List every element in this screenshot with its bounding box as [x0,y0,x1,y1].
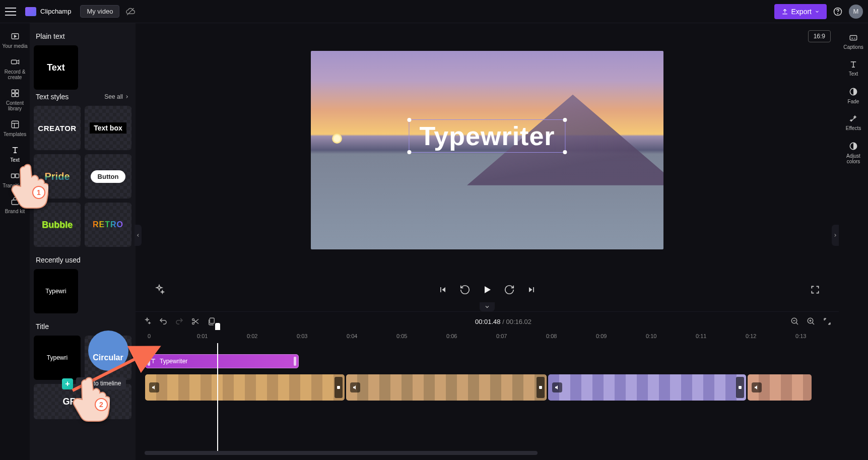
video-clip-1[interactable] [145,374,345,401]
style-button[interactable]: Button [85,154,131,199]
resize-handle-tl[interactable] [407,118,411,122]
prop-captions[interactable]: Captions [841,29,865,54]
timeline-collapse-button[interactable] [480,302,495,311]
undo-button[interactable] [159,317,168,326]
fit-timeline-button[interactable] [823,317,832,326]
thumb-label: Typewri [47,354,68,361]
add-to-timeline-button[interactable]: + [62,378,73,389]
svg-rect-7 [12,94,15,97]
left-nav: Your media Record & create Content libra… [0,23,30,460]
style-creator[interactable]: CREATOR [34,106,81,150]
audio-toggle[interactable] [350,382,360,392]
nav-your-media[interactable]: Your media [0,27,30,53]
section-recently-used: Recently used [36,256,129,264]
skip-start-button[interactable] [436,283,449,296]
video-clip-3[interactable] [548,374,746,401]
text-clip-typewriter[interactable]: Typewriter [145,354,299,368]
split-button[interactable] [191,317,200,326]
style-bubble[interactable]: Bubble [34,203,81,247]
section-title: Title [36,322,129,331]
nav-content-library[interactable]: Content library [0,84,30,115]
thumb-label: Typewri [45,288,66,295]
video-clip-4[interactable] [748,374,812,401]
clip-handle-left[interactable] [148,357,150,366]
prop-fade[interactable]: Fade [846,83,861,108]
library-icon [10,88,20,98]
prop-label: Captions [843,44,863,50]
forward-button[interactable] [503,283,516,296]
nav-templates[interactable]: Templates [0,115,30,141]
clip-handle-right[interactable] [294,357,296,366]
timecode: 00:01.48 / 00:16.02 [475,318,531,325]
app-name: Clipchamp [40,8,71,15]
clip-trim-right[interactable] [335,377,343,398]
skip-end-button[interactable] [525,283,538,296]
clip-trim-right[interactable] [537,377,545,398]
fullscreen-button[interactable] [809,283,822,296]
resize-handle-bl[interactable] [407,150,411,154]
nav-record-create[interactable]: Record & create [0,53,30,84]
project-title[interactable]: My video [80,5,119,18]
title-circular[interactable]: Circular [85,336,131,380]
redo-button[interactable] [175,317,184,326]
play-button[interactable] [481,283,494,296]
svg-rect-5 [12,90,15,93]
thumb-label: RETRO [93,220,123,229]
user-avatar[interactable]: M [849,5,863,19]
nav-label: Templates [4,132,27,137]
thumb-label: Bubble [42,220,73,230]
clip-trim-right[interactable] [736,377,744,398]
style-retro[interactable]: RETRO [85,203,131,247]
timeline-tracks[interactable]: Typewriter [143,343,839,460]
ruler-tick: 0:05 [396,333,407,339]
timeline-ruler[interactable]: 0 0:01 0:02 0:03 0:04 0:05 0:06 0:07 0:0… [143,331,839,343]
panel-collapse-right[interactable] [832,225,839,246]
audio-toggle[interactable] [552,382,562,392]
preview-canvas[interactable]: Typewriter [311,51,663,249]
timeline-scrollbar[interactable] [145,451,538,455]
see-all-button[interactable]: See all [104,93,129,100]
selected-text-element[interactable]: Typewriter [409,119,565,153]
video-clip-2[interactable] [346,374,547,401]
cloud-sync-off-icon[interactable] [124,6,137,18]
ruler-tick: 0:08 [546,333,557,339]
style-pride[interactable]: Pride [34,154,81,199]
plain-text-thumb[interactable]: Text [34,45,78,90]
svg-rect-13 [15,174,19,178]
prop-text[interactable]: Text [846,56,860,81]
help-button[interactable] [833,7,843,17]
ruler-tick: 0:10 [646,333,656,339]
title-typewriter[interactable]: Typewri [34,336,81,380]
auto-enhance-button[interactable] [143,317,152,326]
export-button[interactable]: Export [774,4,827,19]
ruler-tick: 0:12 [746,333,756,339]
chevron-down-icon [815,9,820,14]
rewind-button[interactable] [458,283,472,296]
prop-label: Adjust colors [841,153,866,164]
style-textbox[interactable]: Text box [85,106,131,150]
zoom-in-button[interactable] [807,317,816,326]
zoom-out-button[interactable] [790,317,799,326]
playhead[interactable] [217,343,218,454]
prop-adjust-colors[interactable]: Adjust colors [839,137,868,168]
ruler-tick: 0:06 [446,333,457,339]
app-logo[interactable]: Clipchamp [25,7,71,16]
svg-rect-25 [337,386,340,389]
nav-brand-kit[interactable]: Brand kit [0,192,30,218]
nav-transitions[interactable]: Transitions [0,167,30,192]
current-time: 00:01.48 [475,318,501,325]
recent-typewriter[interactable]: Typewri [34,269,78,313]
prop-label: Fade [848,99,859,104]
svg-rect-9 [12,121,19,128]
right-nav: Captions Text Fade Effects Adjust colors [839,23,868,460]
timeline-toolbar: 00:01.48 / 00:16.02 [136,312,839,331]
audio-toggle[interactable] [752,382,762,392]
text-icon [848,60,858,69]
audio-toggle[interactable] [149,382,159,392]
thumb-label: Text box [90,122,126,134]
menu-button[interactable] [5,8,16,16]
nav-text[interactable]: Text [0,141,30,167]
prop-effects[interactable]: Effects [844,110,863,135]
nav-label: Transitions [3,183,27,188]
ai-tools-button[interactable] [153,283,166,296]
